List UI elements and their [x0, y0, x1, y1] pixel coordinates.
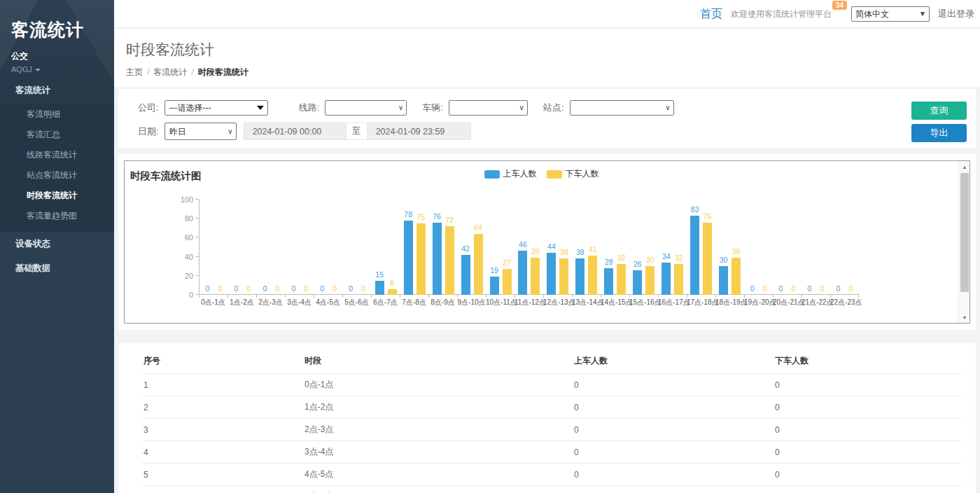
company-select[interactable]: ---请选择---: [164, 100, 268, 116]
scroll-up-icon[interactable]: ▲: [959, 161, 970, 172]
breadcrumb-home[interactable]: 主页: [126, 67, 143, 77]
table-row[interactable]: 65点-6点00: [142, 486, 962, 493]
station-select[interactable]: [570, 100, 674, 116]
table-row[interactable]: 32点-3点00: [142, 419, 962, 441]
table-cell: 4点-5点: [303, 464, 573, 486]
table-cell: 6: [142, 486, 303, 493]
sidebar-item-passenger-stats[interactable]: 客流统计: [0, 78, 114, 103]
table-body: 10点-1点0021点-2点0032点-3点0043点-4点0054点-5点00…: [142, 374, 962, 493]
sidebar-item-trend-chart[interactable]: 客流量趋势图: [0, 206, 114, 226]
table-cell: 0: [774, 441, 962, 464]
table-row[interactable]: 10点-1点00: [142, 374, 962, 396]
bar-alighting: [588, 256, 597, 295]
date-separator: 至: [346, 123, 367, 140]
topbar: 首页 欢迎使用客流统计管理平台34 简体中文 ▼ 退出登录: [114, 0, 980, 28]
vehicle-select[interactable]: [449, 100, 528, 116]
y-tick-label: 60: [185, 233, 193, 242]
y-tick-label: 100: [181, 195, 193, 204]
org-code-dropdown[interactable]: AQGJ: [11, 65, 114, 74]
table-row[interactable]: 21点-2点00: [142, 396, 962, 419]
bar-value-label: 64: [474, 223, 482, 232]
bar-value-label: 39: [531, 247, 540, 256]
sidebar-item-passenger-detail[interactable]: 客流明细: [0, 104, 114, 125]
legend-item-alighting[interactable]: 下车人数: [547, 168, 599, 180]
table-cell: 3点-4点: [303, 441, 573, 464]
bar-value-label: 38: [560, 248, 568, 256]
bar-value-label: 6: [390, 279, 394, 287]
chart-scrollbar[interactable]: ▲ ▼: [958, 161, 969, 323]
query-button[interactable]: 查询: [911, 102, 967, 120]
x-tick-label: 1点-2点: [227, 298, 256, 307]
bar-value-label: 30: [720, 256, 728, 264]
table-row[interactable]: 54点-5点00: [142, 464, 962, 486]
period-table: 序号时段上车人数下车人数 10点-1点0021点-2点0032点-3点0043点…: [142, 349, 962, 493]
bar-value-label: 28: [605, 258, 613, 266]
bar-value-label: 0: [332, 284, 337, 293]
bar-group: 3039: [715, 200, 744, 295]
sidebar-item-device-status[interactable]: 设备状态: [0, 232, 114, 256]
sidebar-item-period-stats[interactable]: 时段客流统计: [0, 186, 114, 206]
bar-value-label: 26: [634, 260, 642, 268]
sidebar-item-station-stats[interactable]: 站点客流统计: [0, 165, 114, 186]
x-tick-label: 18点-19点: [715, 298, 744, 307]
bar-value-label: 32: [675, 254, 683, 262]
table-row[interactable]: 43点-4点00: [142, 441, 962, 464]
table-cell: 2: [142, 396, 303, 419]
date-preset-select[interactable]: 昨日: [164, 123, 237, 140]
notification-badge[interactable]: 34: [832, 1, 847, 10]
bar-alighting: [559, 258, 568, 295]
x-tick-label: 4点-5点: [314, 298, 342, 307]
bar-boarding: [633, 270, 642, 295]
table-cell: 0: [774, 374, 962, 396]
chevron-down-icon: [35, 69, 41, 71]
line-select[interactable]: [325, 100, 407, 116]
content-area: 公司: ---请选择--- 线路: ∨ 车辆: ∨ 站点: ∨: [114, 89, 980, 493]
bar-group: 7672: [429, 200, 458, 295]
bar-group: 00: [257, 200, 286, 295]
language-select[interactable]: 简体中文: [851, 6, 930, 22]
bar-boarding: [518, 251, 527, 295]
x-tick-label: 16点-17点: [658, 298, 687, 307]
bar-group: 2832: [601, 200, 629, 295]
scrollbar-thumb[interactable]: [960, 173, 969, 292]
bar-group: 00: [802, 200, 830, 295]
table-cell: 0: [774, 419, 962, 441]
export-button[interactable]: 导出: [911, 124, 967, 142]
sidebar-item-base-data[interactable]: 基础数据: [0, 256, 114, 281]
sidebar-item-line-stats[interactable]: 线路客流统计: [0, 145, 114, 165]
sidebar-item-passenger-summary[interactable]: 客流汇总: [0, 125, 114, 145]
date-end-input[interactable]: 2024-01-09 23:59: [367, 123, 471, 140]
bar-value-label: 19: [490, 266, 498, 275]
scroll-down-icon[interactable]: ▼: [959, 312, 970, 323]
table-header-cell: 上车人数: [573, 349, 774, 374]
x-tick-label: 20点-21点: [773, 298, 802, 307]
bar-group: 00: [773, 200, 802, 295]
x-tick-label: 14点-15点: [601, 298, 629, 307]
x-tick-label: 13点-14点: [572, 298, 601, 307]
x-tick-label: 15点-16点: [629, 298, 658, 307]
table-cell: 1: [142, 374, 303, 396]
plot-groups: 0000000000001567875767242641927463944383…: [199, 200, 859, 295]
x-tick-label: 7点-8点: [400, 298, 428, 307]
bar-boarding: [490, 277, 499, 295]
table-cell: 3: [142, 419, 303, 441]
breadcrumb-section[interactable]: 客流统计: [153, 67, 187, 77]
bar-value-label: 0: [320, 284, 324, 293]
table-header-row: 序号时段上车人数下车人数: [142, 349, 962, 374]
sidebar-submenu: 客流明细 客流汇总 线路客流统计 站点客流统计 时段客流统计 客流量趋势图: [0, 103, 114, 232]
bar-value-label: 0: [262, 284, 267, 293]
bar-boarding: [433, 223, 442, 295]
bar-value-label: 46: [519, 240, 527, 249]
bar-group: 00: [228, 200, 257, 295]
x-tick-label: 5点-6点: [342, 298, 371, 307]
logout-link[interactable]: 退出登录: [938, 8, 974, 20]
bar-boarding: [461, 255, 470, 295]
bar-value-label: 0: [291, 284, 295, 293]
date-start-input[interactable]: 2024-01-09 00:00: [244, 123, 346, 140]
bar-value-label: 15: [375, 270, 384, 279]
x-tick-label: 21点-22点: [802, 298, 830, 307]
home-link[interactable]: 首页: [700, 7, 722, 22]
legend-item-boarding[interactable]: 上车人数: [484, 168, 537, 180]
y-tick-label: 20: [185, 272, 193, 280]
table-cell: 5点-6点: [303, 486, 573, 493]
